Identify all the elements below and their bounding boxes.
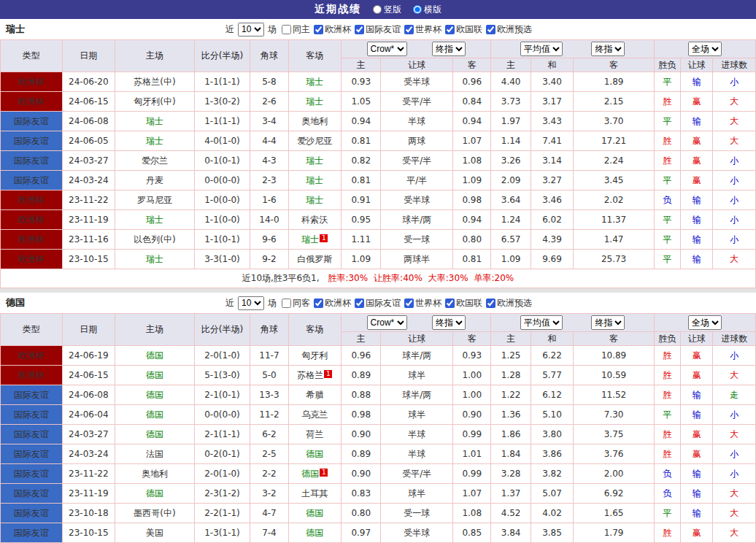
handicap-line: 球半 bbox=[381, 366, 453, 385]
competition-checkbox-0-input[interactable] bbox=[314, 25, 323, 34]
odds-final-index-select[interactable]: 终指 bbox=[432, 315, 466, 330]
competition-checkbox-4[interactable]: 欧洲预选 bbox=[482, 297, 532, 309]
avg-draw-odds: 3.43 bbox=[531, 112, 573, 131]
match-type-badge: 国际友谊 bbox=[1, 464, 63, 484]
competition-checkbox-2[interactable]: 世界杯 bbox=[401, 297, 441, 309]
team-name: 德国 bbox=[6, 296, 25, 309]
home-team-name: 匈牙利(中) bbox=[134, 96, 175, 107]
vertical-layout-radio[interactable] bbox=[373, 5, 382, 14]
avg-away-odds: 2.00 bbox=[574, 464, 655, 484]
handicap-line: 受一球 bbox=[381, 504, 453, 523]
handicap-line: 受平/半 bbox=[381, 464, 453, 484]
result-wdl: 胜 bbox=[654, 346, 680, 366]
avg-home-odds: 3.73 bbox=[491, 92, 531, 112]
avg-value-select[interactable]: 平均值 bbox=[520, 315, 563, 330]
home-team-name: 罗马尼亚 bbox=[137, 195, 172, 205]
avg-final-index-select[interactable]: 终指 bbox=[591, 315, 625, 330]
handicap-away-odds: 0.85 bbox=[453, 523, 491, 543]
competition-checkbox-1[interactable]: 国际友谊 bbox=[351, 297, 401, 309]
competition-checkbox-4-input[interactable] bbox=[486, 299, 495, 308]
recent-label: 近 bbox=[225, 23, 234, 36]
competition-checkbox-0[interactable]: 欧洲杯 bbox=[310, 297, 351, 309]
avg-final-index-select[interactable]: 终指 bbox=[591, 42, 625, 56]
competition-checkbox-3-label: 欧国联 bbox=[456, 297, 482, 309]
result-wdl: 平 bbox=[654, 230, 680, 250]
handicap-line: 半球 bbox=[381, 112, 453, 131]
competition-checkbox-3[interactable]: 欧国联 bbox=[441, 297, 482, 309]
result-goals: 小 bbox=[713, 464, 756, 484]
same-venue-checkbox-input[interactable] bbox=[282, 25, 291, 34]
home-team-name: 德国 bbox=[146, 488, 163, 498]
handicap-away-odds: 0.84 bbox=[453, 92, 491, 112]
competition-checkbox-2-input[interactable] bbox=[404, 299, 414, 308]
competition-checkbox-2-input[interactable] bbox=[404, 25, 414, 34]
avg-home-odds: 1.14 bbox=[491, 131, 531, 151]
odds-final-index-select[interactable]: 终指 bbox=[432, 42, 466, 56]
home-team: 瑞士 bbox=[115, 250, 195, 269]
competition-checkbox-4-input[interactable] bbox=[486, 25, 495, 34]
result-wdl: 平 bbox=[654, 210, 680, 230]
same-venue-checkbox-input[interactable] bbox=[282, 299, 291, 308]
handicap-home-odds: 0.97 bbox=[342, 523, 381, 543]
avg-draw-odds: 6.12 bbox=[531, 385, 573, 405]
subcol-result-goals: 进球数 bbox=[713, 58, 756, 72]
same-venue-checkbox[interactable]: 同主 bbox=[278, 23, 310, 36]
handicap-home-odds: 0.82 bbox=[342, 151, 381, 171]
horizontal-layout-radio[interactable] bbox=[413, 5, 422, 14]
match-row: 国际友谊24-06-08瑞士1-1(1-1)3-4奥地利0.94半球0.941.… bbox=[1, 112, 756, 131]
avg-away-odds: 2.15 bbox=[574, 92, 655, 112]
competition-checkbox-1[interactable]: 国际友谊 bbox=[351, 23, 401, 36]
away-team-name: 瑞士 bbox=[306, 96, 323, 107]
result-goals: 小 bbox=[713, 230, 756, 250]
competition-checkbox-2[interactable]: 世界杯 bbox=[401, 23, 441, 36]
subcol-result-goals: 进球数 bbox=[713, 332, 756, 346]
avg-away-odds: 10.59 bbox=[574, 366, 655, 385]
layout-radio-horizontal[interactable]: 横版 bbox=[413, 4, 441, 16]
handicap-home-odds: 1.11 bbox=[342, 230, 381, 250]
corner-count: 2-3 bbox=[250, 171, 288, 190]
competition-checkbox-3-input[interactable] bbox=[445, 25, 455, 34]
avg-home-odds: 1.09 bbox=[491, 250, 531, 269]
avg-draw-odds: 3.86 bbox=[531, 444, 573, 464]
avg-draw-odds: 3.85 bbox=[531, 523, 573, 543]
match-date: 23-11-19 bbox=[62, 484, 115, 504]
competition-checkbox-3-input[interactable] bbox=[445, 299, 455, 308]
subcol-handicap-away: 客 bbox=[453, 332, 491, 346]
section-head: 瑞士 近10场同主欧洲杯国际友谊世界杯欧国联欧洲预选 bbox=[0, 19, 756, 39]
recent-count-select[interactable]: 10 bbox=[238, 296, 264, 310]
result-goals: 大 bbox=[713, 112, 756, 131]
competition-checkbox-3[interactable]: 欧国联 bbox=[441, 23, 482, 36]
competition-checkbox-1-input[interactable] bbox=[355, 25, 364, 34]
home-team: 德国 bbox=[115, 385, 195, 405]
away-team: 爱沙尼亚 bbox=[288, 131, 341, 151]
avg-value-select[interactable]: 平均值 bbox=[520, 42, 563, 56]
result-goals: 大 bbox=[713, 523, 756, 543]
match-scope-select[interactable]: 全场 bbox=[688, 315, 722, 330]
recent-count-select[interactable]: 10 bbox=[238, 23, 264, 36]
avg-home-odds: 1.97 bbox=[491, 112, 531, 131]
competition-checkbox-0[interactable]: 欧洲杯 bbox=[310, 23, 351, 36]
match-scope-select[interactable]: 全场 bbox=[688, 42, 722, 56]
odds-company-select[interactable]: Crow* bbox=[367, 315, 407, 330]
avg-home-odds: 3.28 bbox=[491, 464, 531, 484]
result-handicap: 赢 bbox=[681, 346, 713, 366]
same-venue-checkbox[interactable]: 同客 bbox=[278, 297, 310, 309]
match-row: 欧洲杯24-06-19德国2-0(1-0)11-7匈牙利0.96球半/两0.93… bbox=[1, 346, 756, 366]
recent-results-table: 类型 日期 主场 比分(半场) 角球 客场 Crow* 终指 平均值 终指 bbox=[0, 313, 756, 543]
corner-count: 9-6 bbox=[250, 230, 288, 250]
subcol-avg-draw: 和 bbox=[531, 58, 573, 72]
result-wdl: 负 bbox=[654, 484, 680, 504]
handicap-away-odds: 0.98 bbox=[453, 190, 491, 210]
result-wdl: 胜 bbox=[654, 425, 680, 444]
layout-radio-vertical[interactable]: 竖版 bbox=[373, 4, 401, 16]
competition-checkbox-1-input[interactable] bbox=[355, 299, 364, 308]
handicap-odds-group: Crow* 终指 bbox=[342, 314, 491, 332]
competition-checkbox-0-input[interactable] bbox=[314, 299, 323, 308]
competition-checkbox-4[interactable]: 欧洲预选 bbox=[482, 23, 532, 36]
odds-company-select[interactable]: Crow* bbox=[367, 42, 407, 56]
avg-home-odds: 2.09 bbox=[491, 171, 531, 190]
match-type-badge: 欧洲杯 bbox=[1, 210, 63, 230]
handicap-home-odds: 0.96 bbox=[342, 346, 381, 366]
result-handicap: 输 bbox=[681, 250, 713, 269]
match-row: 欧洲杯23-10-15瑞士3-3(1-0)9-2白俄罗斯1.09两球半0.811… bbox=[1, 250, 756, 269]
